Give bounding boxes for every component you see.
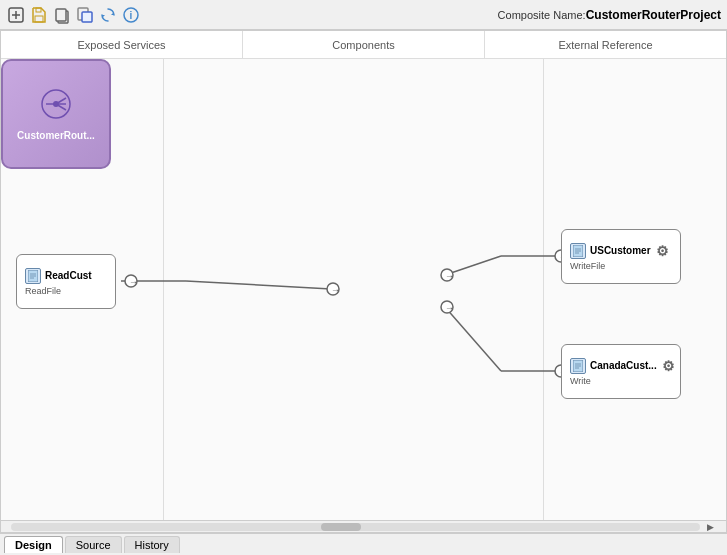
column-headers: Exposed Services Components External Ref… xyxy=(1,31,726,59)
svg-marker-9 xyxy=(111,12,114,15)
uscustomer-name: USCustomer xyxy=(590,245,651,256)
svg-line-37 xyxy=(56,98,66,104)
svg-rect-3 xyxy=(35,16,43,22)
scrollbar-area[interactable]: ▶ xyxy=(1,520,726,532)
svg-line-39 xyxy=(56,104,66,110)
new-icon[interactable] xyxy=(6,5,26,25)
svg-rect-6 xyxy=(56,9,66,21)
canvas[interactable]: → → → → → → xyxy=(1,59,726,520)
canadacust-title: CanadaCust... ⚙ xyxy=(570,358,677,374)
readcust-name: ReadCust xyxy=(45,270,92,281)
uscustomer-subtitle: WriteFile xyxy=(570,261,605,271)
svg-point-17 xyxy=(327,283,339,295)
readcust-title: ReadCust xyxy=(25,268,92,284)
node-canadacust[interactable]: CanadaCust... ⚙ Write xyxy=(561,344,681,399)
tab-source[interactable]: Source xyxy=(65,536,122,553)
components-header: Components xyxy=(243,31,485,58)
canadacust-name: CanadaCust... xyxy=(590,360,657,371)
customerrouter-name: CustomerRout... xyxy=(17,130,95,141)
exposed-services-header: Exposed Services xyxy=(1,31,243,58)
canadacust-icon xyxy=(570,358,586,374)
canadacust-gear-icon[interactable]: ⚙ xyxy=(661,358,677,374)
composite-name-label: Composite Name: xyxy=(498,9,586,21)
svg-text:i: i xyxy=(130,10,133,21)
svg-line-19 xyxy=(445,256,501,275)
scroll-right-button[interactable]: ▶ xyxy=(704,521,716,533)
tab-design[interactable]: Design xyxy=(4,536,63,553)
router-icon xyxy=(40,88,72,126)
canadacust-subtitle: Write xyxy=(570,376,591,386)
node-uscustomer[interactable]: USCustomer ⚙ WriteFile xyxy=(561,229,681,284)
paste-icon[interactable] xyxy=(75,5,95,25)
refresh-icon[interactable] xyxy=(98,5,118,25)
bottom-tabs: Design Source History xyxy=(0,533,727,555)
uscustomer-gear-icon[interactable]: ⚙ xyxy=(655,243,671,259)
svg-point-20 xyxy=(441,269,453,281)
external-reference-header: External Reference xyxy=(485,31,726,58)
readcust-icon xyxy=(25,268,41,284)
node-customerrouter[interactable]: CustomerRout... xyxy=(1,59,111,169)
uscustomer-title: USCustomer ⚙ xyxy=(570,243,671,259)
uscustomer-icon xyxy=(570,243,586,259)
scroll-track[interactable] xyxy=(11,523,700,531)
tab-history[interactable]: History xyxy=(124,536,180,553)
toolbar: i Composite Name: CustomerRouterProject xyxy=(0,0,727,30)
copy-icon[interactable] xyxy=(52,5,72,25)
divider-right xyxy=(543,59,544,520)
save-icon[interactable] xyxy=(29,5,49,25)
divider-left xyxy=(163,59,164,520)
composite-name-value: CustomerRouterProject xyxy=(586,8,721,22)
svg-line-16 xyxy=(186,281,331,289)
scroll-thumb[interactable] xyxy=(321,523,361,531)
info-icon[interactable]: i xyxy=(121,5,141,25)
svg-point-26 xyxy=(441,301,453,313)
svg-text:→: → xyxy=(445,303,454,313)
svg-text:→: → xyxy=(445,271,454,281)
canvas-wrapper: Exposed Services Components External Ref… xyxy=(0,30,727,533)
svg-rect-8 xyxy=(82,12,92,22)
svg-point-14 xyxy=(125,275,137,287)
svg-text:→: → xyxy=(129,277,138,287)
node-readcust[interactable]: ReadCust ReadFile xyxy=(16,254,116,309)
svg-text:→: → xyxy=(331,285,340,295)
readcust-subtitle: ReadFile xyxy=(25,286,61,296)
svg-line-25 xyxy=(445,307,501,371)
svg-marker-10 xyxy=(102,15,105,18)
